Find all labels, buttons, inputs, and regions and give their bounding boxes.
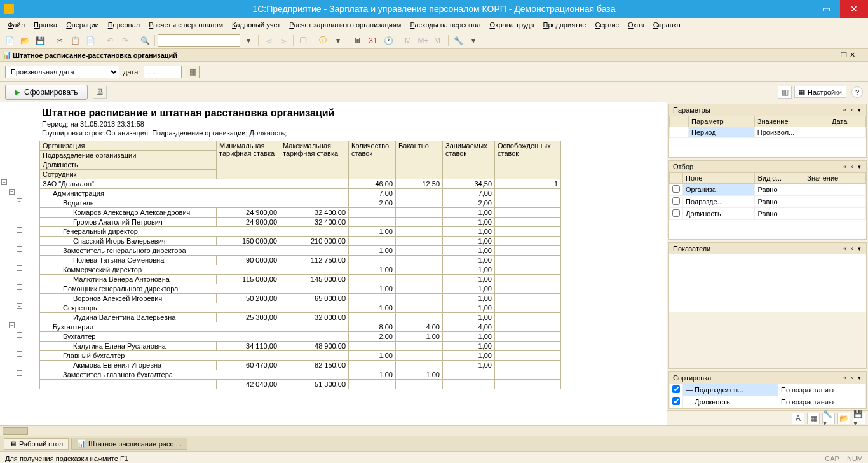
table-row[interactable]: Калугина Елена Руслановна34 110,0048 900… [40,342,561,351]
filter-row[interactable]: Подразде...Равно [670,196,866,208]
table-row[interactable]: Главный бухгалтер1,001,00 [40,351,561,361]
folder-icon[interactable]: 📂 [837,413,850,424]
dropdown2-icon[interactable]: ▾ [331,34,345,47]
restore-window-icon[interactable]: ❐ [841,51,847,59]
m-icon[interactable]: M [401,34,415,47]
undo-icon[interactable]: ↶ [103,34,117,47]
table-row[interactable]: Генеральный директор1,001,00 [40,227,561,237]
collapse-icon[interactable]: « » ▾ [843,107,862,113]
dropdown-icon[interactable]: ▾ [241,34,255,47]
menu-item[interactable]: Операции [62,20,102,30]
table-row[interactable]: 42 040,0051 300,00 [40,380,561,389]
filter-checkbox[interactable] [672,197,680,205]
horizontal-scrollbar[interactable] [0,425,868,436]
table-row[interactable]: Секретарь1,001,00 [40,303,561,313]
copy-icon[interactable]: 📋 [68,34,82,47]
filter-checkbox[interactable] [672,209,680,217]
windows-icon[interactable]: ❐ [296,34,310,47]
menu-item[interactable]: Предприятие [539,20,590,30]
minimize-button[interactable]: ― [784,0,812,18]
table-row[interactable]: Воронов Алексей Игоревич50 200,0065 000,… [40,294,561,303]
filter-checkbox[interactable] [672,185,680,193]
menu-item[interactable]: Файл [4,20,29,30]
table-row[interactable]: Водитель2,002,00 [40,198,561,208]
close-doc-icon[interactable]: ✕ [850,51,855,59]
paste-icon[interactable]: 📄 [83,34,97,47]
menu-item[interactable]: Охрана труда [485,20,538,30]
open-icon[interactable]: 📂 [18,34,32,47]
table-row[interactable]: Малютина Венера Антоновна115 000,00145 0… [40,275,561,284]
tree-toggle[interactable]: − [1,179,7,185]
menu-item[interactable]: Персонал [104,20,144,30]
grid-icon[interactable]: ▦ [807,413,820,424]
tree-toggle[interactable]: − [17,370,22,376]
save-icon[interactable]: 💾▾ [853,413,865,424]
table-row[interactable]: Помощник генерального директора1,001,00 [40,284,561,294]
cut-icon[interactable]: ✂ [53,34,67,47]
tree-toggle[interactable]: − [17,303,22,309]
dropdown3-icon[interactable]: ▾ [466,34,480,47]
menu-item[interactable]: Сервис [591,20,623,30]
date-input[interactable] [144,66,182,78]
font-icon[interactable]: A [792,413,804,424]
menu-item[interactable]: Расчеты с персоналом [145,20,227,30]
calc-icon[interactable]: 🖩 [351,34,365,47]
maximize-button[interactable]: ▭ [812,0,840,18]
period-combo[interactable]: Произвольная дата [5,66,119,78]
wrench-icon[interactable]: 🔧 [451,34,465,47]
tree-toggle[interactable]: − [9,189,15,195]
table-row[interactable]: Бухгалтер2,001,001,00 [40,332,561,342]
close-button[interactable]: ✕ [840,0,868,18]
info-icon[interactable]: ⓘ [316,34,330,47]
clock-icon[interactable]: 🕐 [381,34,395,47]
table-row[interactable]: Заместитель главного бухгалтера1,001,00 [40,370,561,380]
table-row[interactable]: Администрация7,007,00 [40,189,561,198]
save-icon[interactable]: 💾 [33,34,47,47]
table-row[interactable]: Комаров Александр Александрович24 900,00… [40,208,561,218]
desktop-tab[interactable]: 🖥 Рабочий стол [4,438,69,450]
mplus-icon[interactable]: M+ [416,34,430,47]
document-tab[interactable]: 📊 Штатное расписание-расст... [71,438,187,450]
help-button[interactable]: ? [851,86,863,98]
sort-checkbox[interactable] [672,385,680,393]
redo-icon[interactable]: ↷ [118,34,132,47]
report-pane[interactable]: Штатное расписание и штатная расстановка… [0,102,667,425]
tree-toggle[interactable]: − [17,284,22,290]
table-row[interactable]: Коммерческий директор1,001,00 [40,265,561,275]
menu-item[interactable]: Кадровый учет [228,20,284,30]
collapse-icon[interactable]: « » ▾ [843,375,862,381]
nav-fwd-icon[interactable]: ▻ [276,34,290,47]
param-row[interactable]: ПериодПроизвол... [670,127,866,138]
search-icon[interactable]: 🔍 [138,34,152,47]
sort-row[interactable]: — ДолжностьПо возрастанию [670,396,866,408]
menu-item[interactable]: Расходы на персонал [406,20,484,30]
tree-toggle[interactable]: − [17,265,22,271]
tree-toggle[interactable]: − [17,351,22,357]
collapse-icon[interactable]: « » ▾ [843,163,862,170]
calendar-icon[interactable]: 31 [366,34,380,47]
collapse-icon[interactable]: « » ▾ [843,245,862,252]
table-row[interactable]: Заместитель генерального директора1,001,… [40,246,561,256]
table-row[interactable]: Иудина Валентина Валерьевна25 300,0032 0… [40,313,561,322]
nav-back-icon[interactable]: ◅ [261,34,275,47]
mminus-icon[interactable]: M- [431,34,445,47]
new-icon[interactable]: 📄 [3,34,17,47]
settings-button[interactable]: ▦ Настройки [794,86,846,98]
filter-row[interactable]: ДолжностьРавно [670,208,866,220]
menu-item[interactable]: Правка [30,20,61,30]
filter-row[interactable]: Организа...Равно [670,184,866,196]
menu-item[interactable]: Расчет зарплаты по организациям [285,20,405,30]
search-field[interactable] [158,34,240,47]
sort-row[interactable]: — Подразделен...По возрастанию [670,384,866,396]
table-row[interactable]: ЗАО "Дельтаон"46,0012,5034,501 [40,179,561,189]
tree-toggle[interactable]: − [9,322,15,328]
menu-item[interactable]: Окна [624,20,648,30]
table-row[interactable]: Акимова Евгения Игоревна60 470,0082 150,… [40,361,561,370]
print-icon[interactable]: 🖶 [93,86,107,99]
wrench-icon[interactable]: 🔧▾ [822,413,835,424]
layout-icon[interactable]: ▥ [778,86,792,99]
menu-item[interactable]: Справка [649,20,684,30]
calendar-picker-icon[interactable]: ▦ [186,66,200,78]
table-row[interactable]: Бухгалтерия8,004,004,00 [40,322,561,332]
tree-toggle[interactable]: − [17,246,22,252]
